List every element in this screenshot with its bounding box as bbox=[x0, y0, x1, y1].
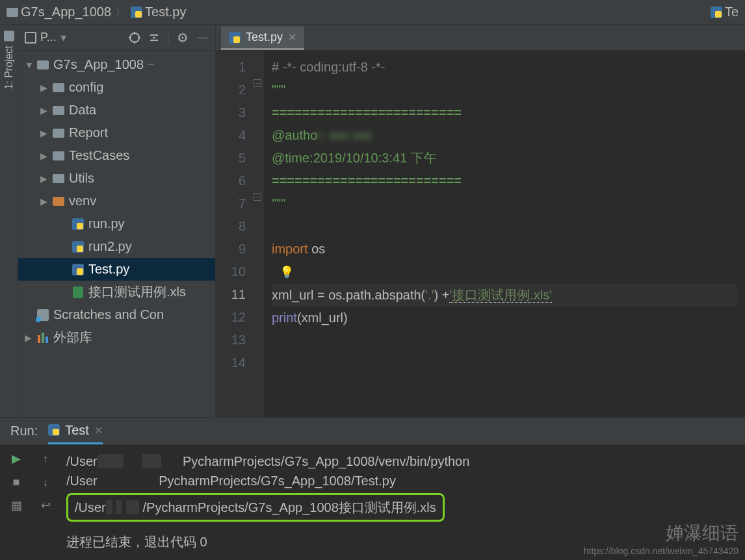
run-config-tab[interactable]: Test ✕ bbox=[48, 418, 103, 444]
tree-item-data[interactable]: ▶Data bbox=[18, 99, 215, 121]
fold-marker-icon[interactable]: − bbox=[254, 79, 261, 87]
code-editor[interactable]: # -*- coding:utf-8 -*-"""===============… bbox=[264, 51, 745, 417]
line-number[interactable]: 5 bbox=[216, 147, 246, 170]
venv-folder-icon bbox=[52, 196, 65, 207]
rerun-button[interactable]: ▶ bbox=[9, 452, 23, 466]
tree-item-scratches-and-con[interactable]: Scratches and Con bbox=[18, 303, 215, 326]
tree-item-test-py[interactable]: Test.py bbox=[18, 258, 215, 281]
side-tab-strip: 1: Project bbox=[0, 25, 18, 417]
tree-item--[interactable]: ▶外部库 bbox=[18, 326, 215, 349]
project-tool-tab[interactable]: 1: Project bbox=[3, 31, 15, 90]
code-token: @autho bbox=[272, 128, 317, 142]
expand-arrow-icon[interactable]: ▶ bbox=[40, 196, 48, 207]
collapse-button[interactable] bbox=[148, 31, 161, 44]
code-line[interactable]: """ bbox=[272, 192, 737, 215]
layout-button[interactable]: ▦ bbox=[9, 498, 23, 513]
run-config-label: Te bbox=[725, 5, 738, 19]
line-number[interactable]: 13 bbox=[216, 329, 246, 351]
folder-icon bbox=[7, 8, 18, 17]
tree-item-config[interactable]: ▶config bbox=[18, 76, 215, 99]
locate-button[interactable] bbox=[128, 31, 141, 44]
line-number[interactable]: 3 bbox=[216, 101, 246, 124]
code-line[interactable]: """ bbox=[272, 79, 737, 101]
console-line: /Userxxxx xxx PycharmProjects/G7s_App_10… bbox=[66, 452, 737, 471]
line-number[interactable]: 9 bbox=[216, 238, 246, 261]
code-line[interactable]: xml_url = os.path.abspath('.') +'接口测试用例.… bbox=[272, 284, 737, 307]
editor-tabs: Test.py ✕ bbox=[216, 25, 745, 51]
tree-item-label: Test.py bbox=[88, 262, 129, 277]
expand-arrow-icon[interactable]: ▶ bbox=[25, 333, 33, 343]
code-line[interactable]: ========================= bbox=[272, 101, 737, 124]
tree-item-utils[interactable]: ▶Utils bbox=[18, 167, 215, 190]
editor-body[interactable]: 1234567891011121314 − − # -*- coding:utf… bbox=[216, 51, 745, 417]
run-toolbar: ▶ ■ ▦ bbox=[0, 445, 33, 560]
close-icon[interactable]: ✕ bbox=[94, 424, 103, 437]
code-line[interactable]: @author: xxx xxx bbox=[272, 124, 737, 147]
run-config-dropdown[interactable]: Te bbox=[711, 5, 738, 19]
folder-icon bbox=[52, 105, 65, 116]
code-line[interactable] bbox=[272, 352, 737, 375]
line-number[interactable]: 14 bbox=[216, 351, 246, 374]
expand-arrow-icon[interactable]: ▶ bbox=[40, 105, 48, 116]
fold-column[interactable]: − − bbox=[252, 51, 264, 417]
down-button[interactable]: ↓ bbox=[38, 475, 53, 489]
line-number[interactable]: 11 bbox=[216, 283, 246, 306]
run-nav: ↑ ↓ ↩ bbox=[33, 445, 59, 560]
breadcrumb-file[interactable]: Test.py bbox=[131, 5, 186, 19]
tree-item-run-py[interactable]: run.py bbox=[18, 212, 215, 235]
line-number[interactable]: 12 bbox=[216, 306, 246, 329]
code-line[interactable]: # -*- coding:utf-8 -*- bbox=[272, 56, 737, 79]
settings-button[interactable]: ⚙ bbox=[176, 31, 189, 44]
fold-marker-icon[interactable]: − bbox=[254, 193, 261, 201]
project-tree[interactable]: ▼G7s_App_1008~▶config▶Data▶Report▶TestCa… bbox=[18, 51, 215, 417]
expand-arrow-icon[interactable]: ▶ bbox=[40, 128, 48, 138]
code-token: print bbox=[272, 311, 297, 325]
code-token: abspath( bbox=[374, 288, 425, 302]
expand-arrow-icon[interactable]: ▼ bbox=[25, 60, 33, 70]
line-gutter[interactable]: 1234567891011121314 bbox=[216, 51, 252, 417]
line-number[interactable]: 1 bbox=[216, 56, 246, 79]
code-line[interactable] bbox=[272, 215, 737, 238]
up-button[interactable]: ↑ bbox=[38, 452, 53, 466]
code-line[interactable]: ========================= bbox=[272, 170, 737, 192]
code-line[interactable]: print(xml_url) bbox=[272, 307, 737, 329]
folder-icon bbox=[36, 59, 49, 71]
line-number[interactable]: 10 bbox=[216, 261, 246, 283]
expand-arrow-icon[interactable]: ▶ bbox=[40, 173, 48, 184]
breadcrumb-file-label: Test.py bbox=[145, 5, 186, 19]
code-line[interactable]: 💡 bbox=[272, 261, 737, 284]
hide-button[interactable]: — bbox=[196, 31, 209, 44]
tree-item--xls[interactable]: 接口测试用例.xls bbox=[18, 281, 215, 303]
editor-tab-test[interactable]: Test.py ✕ bbox=[221, 27, 304, 50]
line-number[interactable]: 8 bbox=[216, 215, 246, 238]
code-line[interactable] bbox=[272, 329, 737, 352]
code-token: # -*- coding:utf-8 -*- bbox=[272, 60, 386, 74]
soft-wrap-button[interactable]: ↩ bbox=[38, 498, 53, 513]
close-icon[interactable]: ✕ bbox=[288, 31, 296, 44]
line-number[interactable]: 2 bbox=[216, 79, 246, 101]
project-tab-label: 1: Project bbox=[3, 45, 15, 90]
tree-item-testcases[interactable]: ▶TestCases bbox=[18, 144, 215, 167]
line-number[interactable]: 7 bbox=[216, 192, 246, 215]
code-token bbox=[272, 356, 276, 370]
code-line[interactable]: @time:2019/10/10:3:41 下午 bbox=[272, 147, 737, 170]
tree-item-venv[interactable]: ▶venv bbox=[18, 190, 215, 212]
project-panel-title[interactable]: P... ▾ bbox=[25, 31, 122, 45]
line-number[interactable]: 4 bbox=[216, 124, 246, 147]
expand-arrow-icon[interactable]: ▶ bbox=[40, 83, 48, 93]
expand-arrow-icon[interactable]: ▶ bbox=[40, 151, 48, 161]
tree-item-label: TestCases bbox=[69, 148, 129, 163]
tree-item-label: run2.py bbox=[88, 239, 132, 254]
watermark: 婵瀑细语 https://blog.csdn.net/weixin_457434… bbox=[584, 521, 738, 556]
intention-bulb-icon[interactable]: 💡 bbox=[280, 266, 294, 279]
breadcrumb-project[interactable]: G7s_App_1008 bbox=[7, 5, 111, 19]
code-line[interactable]: import os bbox=[272, 238, 737, 261]
folder-icon bbox=[52, 127, 65, 139]
tree-item-run2-py[interactable]: run2.py bbox=[18, 235, 215, 258]
run-config-name: Test bbox=[65, 423, 89, 438]
line-number[interactable]: 6 bbox=[216, 170, 246, 192]
tree-item-report[interactable]: ▶Report bbox=[18, 121, 215, 144]
tree-item-g7s-app-1008[interactable]: ▼G7s_App_1008~ bbox=[18, 53, 215, 76]
stop-button[interactable]: ■ bbox=[9, 475, 23, 489]
project-panel-header: P... ▾ | ⚙ — bbox=[18, 25, 215, 51]
